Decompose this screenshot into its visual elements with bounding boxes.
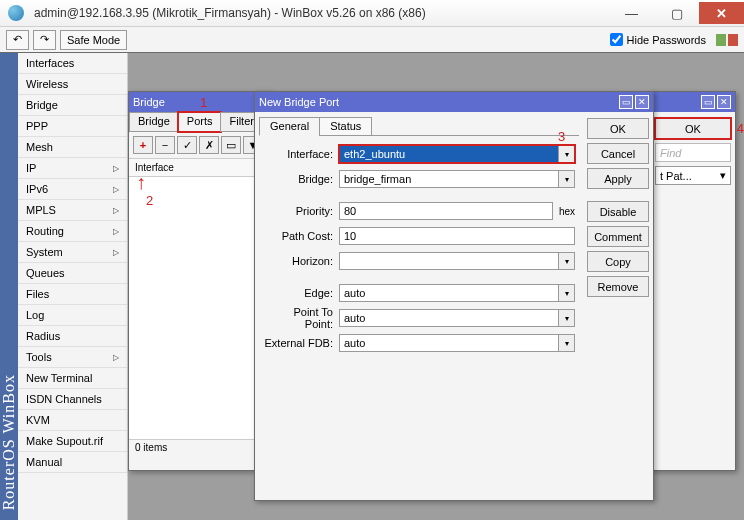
menu-item-bridge[interactable]: Bridge — [18, 95, 127, 116]
menu-item-interfaces[interactable]: Interfaces — [18, 53, 127, 74]
tab-bridge[interactable]: Bridge — [129, 112, 179, 132]
chevron-right-icon: ▷ — [113, 248, 119, 257]
remove-button[interactable]: Remove — [587, 276, 649, 297]
enable-button[interactable]: ✓ — [177, 136, 197, 154]
comment-button[interactable]: Comment — [587, 226, 649, 247]
ok-button[interactable]: OK — [587, 118, 649, 139]
pathcost-input[interactable] — [339, 227, 575, 245]
chevron-down-icon: ▾ — [720, 169, 726, 182]
tab-general[interactable]: General — [259, 117, 320, 136]
label-priority: Priority: — [263, 205, 339, 217]
bridge-window-header[interactable]: Bridge — [129, 92, 271, 112]
menu-item-log[interactable]: Log — [18, 305, 127, 326]
label-pathcost: Path Cost: — [263, 230, 339, 242]
menu-item-make-supout[interactable]: Make Supout.rif — [18, 431, 127, 452]
nbp-window-header[interactable]: New Bridge Port ▭ ✕ — [255, 92, 653, 112]
ptp-select[interactable] — [339, 309, 559, 327]
chevron-down-icon[interactable]: ▾ — [559, 170, 575, 188]
list-body[interactable] — [129, 177, 271, 439]
menu-item-routing[interactable]: Routing▷ — [18, 221, 127, 242]
window-minimize-icon[interactable]: ▭ — [701, 95, 715, 109]
menu-item-ipv6[interactable]: IPv6▷ — [18, 179, 127, 200]
redo-button[interactable]: ↷ — [33, 30, 56, 50]
efdb-select[interactable] — [339, 334, 559, 352]
comment-button[interactable]: ▭ — [221, 136, 241, 154]
chevron-down-icon[interactable]: ▾ — [559, 284, 575, 302]
maximize-button[interactable]: ▢ — [654, 2, 699, 24]
safe-mode-button[interactable]: Safe Mode — [60, 30, 127, 50]
priority-input[interactable] — [339, 202, 553, 220]
chevron-right-icon: ▷ — [113, 164, 119, 173]
menu-item-ip[interactable]: IP▷ — [18, 158, 127, 179]
tab-status[interactable]: Status — [319, 117, 372, 136]
menu-item-system[interactable]: System▷ — [18, 242, 127, 263]
minimize-button[interactable]: — — [609, 2, 654, 24]
copy-button[interactable]: Copy — [587, 251, 649, 272]
list-header-interface[interactable]: Interface — [129, 159, 271, 177]
menu-item-kvm[interactable]: KVM — [18, 410, 127, 431]
lock-icon — [716, 34, 726, 46]
label-bridge: Bridge: — [263, 173, 339, 185]
horizon-input[interactable] — [339, 252, 559, 270]
chevron-right-icon: ▷ — [113, 353, 119, 362]
chevron-down-icon[interactable]: ▾ — [559, 309, 575, 327]
toolbar: ↶ ↷ Safe Mode Hide Passwords — [0, 27, 744, 53]
annotation-4: 4 — [737, 121, 744, 136]
window-close-icon[interactable]: ✕ — [717, 95, 731, 109]
new-bridge-port-window: New Bridge Port ▭ ✕ General Status Inter… — [254, 91, 654, 501]
menu-item-radius[interactable]: Radius — [18, 326, 127, 347]
cancel-button[interactable]: Cancel — [587, 143, 649, 164]
menu-item-mpls[interactable]: MPLS▷ — [18, 200, 127, 221]
menu-item-ppp[interactable]: PPP — [18, 116, 127, 137]
bridge-window: Bridge Bridge Ports Filters + − ✓ ✗ ▭ ▼ … — [128, 91, 272, 471]
main-menu: Interfaces Wireless Bridge PPP Mesh IP▷ … — [18, 53, 128, 520]
disable-button[interactable]: ✗ — [199, 136, 219, 154]
find-input[interactable]: Find — [655, 143, 731, 162]
menu-item-new-terminal[interactable]: New Terminal — [18, 368, 127, 389]
window-close-icon[interactable]: ✕ — [635, 95, 649, 109]
menu-item-tools[interactable]: Tools▷ — [18, 347, 127, 368]
close-button[interactable]: ✕ — [699, 2, 744, 24]
label-ptp: Point To Point: — [263, 306, 339, 330]
chevron-right-icon: ▷ — [113, 185, 119, 194]
menu-item-wireless[interactable]: Wireless — [18, 74, 127, 95]
lock-icons — [716, 34, 738, 46]
label-horizon: Horizon: — [263, 255, 339, 267]
menu-item-files[interactable]: Files — [18, 284, 127, 305]
remove-button[interactable]: − — [155, 136, 175, 154]
menu-item-isdn-channels[interactable]: ISDN Channels — [18, 389, 127, 410]
label-interface: Interface: — [263, 148, 339, 160]
interface-select[interactable] — [339, 145, 559, 163]
chevron-right-icon: ▷ — [113, 227, 119, 236]
label-efdb: External FDB: — [263, 337, 339, 349]
ok-button[interactable]: OK — [655, 118, 731, 139]
chevron-down-icon[interactable]: ▾ — [559, 145, 575, 163]
sidebar-brand: RouterOS WinBox — [0, 53, 18, 520]
window-title: admin@192.168.3.95 (Mikrotik_Firmansyah)… — [34, 6, 609, 20]
add-button[interactable]: + — [133, 136, 153, 154]
menu-item-manual[interactable]: Manual — [18, 452, 127, 473]
tab-ports[interactable]: Ports — [178, 112, 222, 132]
menu-item-queues[interactable]: Queues — [18, 263, 127, 284]
menu-item-mesh[interactable]: Mesh — [18, 137, 127, 158]
hide-passwords-checkbox[interactable]: Hide Passwords — [610, 33, 706, 46]
app-logo-icon — [8, 5, 24, 21]
window-minimize-icon[interactable]: ▭ — [619, 95, 633, 109]
status-bar: 0 items — [129, 439, 271, 455]
disable-button[interactable]: Disable — [587, 201, 649, 222]
background-window: ▭ ✕ OK Find t Pat...▾ — [650, 91, 736, 471]
lock-icon — [728, 34, 738, 46]
bridge-select[interactable] — [339, 170, 559, 188]
apply-button[interactable]: Apply — [587, 168, 649, 189]
label-edge: Edge: — [263, 287, 339, 299]
chevron-down-icon[interactable]: ▾ — [559, 252, 575, 270]
chevron-right-icon: ▷ — [113, 206, 119, 215]
edge-select[interactable] — [339, 284, 559, 302]
workspace: Bridge Bridge Ports Filters + − ✓ ✗ ▭ ▼ … — [128, 53, 744, 520]
undo-button[interactable]: ↶ — [6, 30, 29, 50]
titlebar: admin@192.168.3.95 (Mikrotik_Firmansyah)… — [0, 0, 744, 27]
chevron-down-icon[interactable]: ▾ — [559, 334, 575, 352]
pattern-select[interactable]: t Pat...▾ — [655, 166, 731, 185]
